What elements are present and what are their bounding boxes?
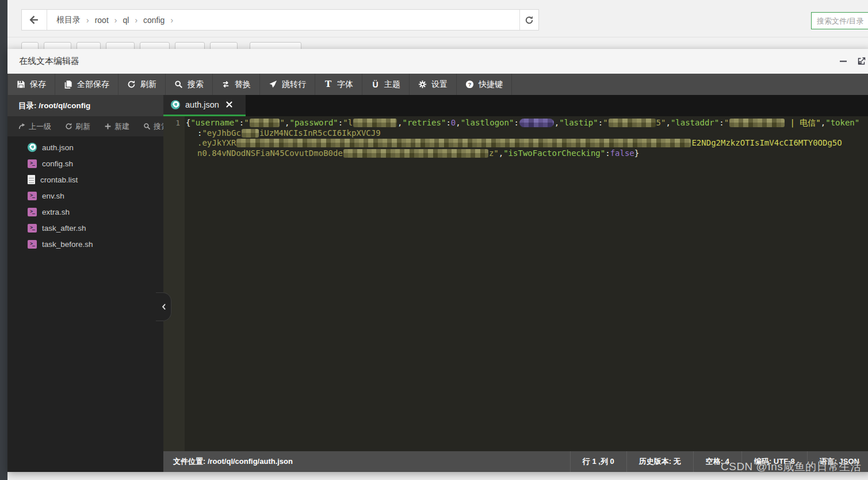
code-token: "username" — [190, 118, 239, 127]
redacted-blur — [250, 119, 280, 127]
redacted-blur — [236, 139, 691, 147]
code-token: "eyJhbGc — [202, 128, 240, 138]
breadcrumb-item[interactable]: config — [142, 16, 166, 25]
file-item-extra-sh[interactable]: >_extra.sh — [7, 204, 163, 220]
sidebar-actions: 上一级刷新新建搜索 — [7, 116, 163, 136]
file-name: extra.sh — [42, 208, 70, 216]
file-item-config-sh[interactable]: >_config.sh — [7, 155, 163, 172]
breadcrumb-item[interactable]: 根目录 — [55, 15, 82, 25]
close-icon[interactable] — [225, 101, 234, 109]
redacted-blur — [242, 129, 259, 138]
toolbar-button-replace[interactable]: 替换 — [213, 74, 260, 95]
file-item-auth-json[interactable]: auth.json — [7, 139, 163, 155]
json-file-icon — [28, 143, 37, 152]
line-number: 1 — [175, 119, 180, 127]
toolbar-button-save[interactable]: 保存 — [7, 74, 55, 95]
minimize-icon[interactable] — [838, 56, 848, 66]
shell-file-icon: >_ — [28, 192, 37, 200]
file-item-task-before-sh[interactable]: >_task_before.sh — [7, 236, 163, 252]
code-token: n0.84vNDodNSFiaN45CovutDmoB0de — [197, 148, 343, 158]
shell-file-icon: >_ — [28, 240, 37, 249]
file-name: auth.json — [42, 143, 74, 152]
editor-dialog: 在线文本编辑器 保存全部保存刷新搜索替换跳转行T字体Ü主题设置?快捷键 目录: … — [7, 49, 868, 472]
code-editor[interactable]: 1 {"username":"","password":"l,"retries"… — [163, 116, 868, 451]
maximize-icon[interactable] — [856, 56, 867, 66]
status-cell[interactable]: 语言: JSON — [807, 451, 868, 472]
code-token: "lastaddr" — [671, 118, 719, 127]
file-list: auth.json>_config.shcrontab.list>_env.sh… — [7, 136, 163, 472]
theme-icon: Ü — [371, 80, 380, 89]
save-icon — [17, 80, 25, 89]
code-content[interactable]: {"username":"","password":"l,"retries":0… — [185, 116, 868, 451]
code-token: .eyJkYXR — [197, 138, 236, 147]
file-name: env.sh — [42, 192, 64, 200]
breadcrumb-item[interactable]: root — [94, 16, 110, 25]
code-token: : — [598, 118, 603, 127]
file-sidebar: 目录: /root/ql/config 上一级刷新新建搜索 auth.json>… — [7, 95, 163, 472]
code-token: "lastip" — [559, 118, 598, 127]
directory-label: 目录: /root/ql/config — [7, 95, 163, 116]
dialog-titlebar[interactable]: 在线文本编辑器 — [7, 49, 868, 74]
code-token: } — [634, 148, 639, 158]
file-name: config.sh — [42, 159, 73, 168]
status-cell[interactable]: 编码: UTF-8 — [741, 451, 807, 472]
sidebar-action-new[interactable]: 新建 — [104, 121, 129, 132]
file-item-crontab-list[interactable]: crontab.list — [7, 172, 163, 188]
toolbar-button-search[interactable]: 搜索 — [166, 74, 213, 95]
chevron-right-icon: › — [170, 16, 173, 25]
file-location: 文件位置: /root/ql/config/auth.json — [163, 451, 570, 472]
refresh-icon — [65, 123, 72, 130]
file-item-task-after-sh[interactable]: >_task_after.sh — [7, 220, 163, 236]
status-cell[interactable]: 行 1 ,列 0 — [570, 451, 626, 472]
status-cell[interactable]: 空格: 4 — [693, 451, 741, 472]
tab-bar: auth.json — [163, 95, 868, 116]
toolbar-button-refresh[interactable]: 刷新 — [118, 74, 166, 95]
chevron-right-icon: › — [86, 16, 89, 25]
code-token: false — [610, 148, 634, 158]
left-edge-strip — [0, 0, 7, 480]
tab-label: auth.json — [185, 100, 219, 109]
sidebar-action-label: 刷新 — [75, 121, 90, 132]
breadcrumb-refresh-button[interactable] — [519, 10, 538, 30]
search-input[interactable] — [811, 12, 868, 29]
sidebar-action-refresh[interactable]: 刷新 — [65, 121, 90, 132]
toolbar-button-shortcuts[interactable]: ?快捷键 — [457, 74, 512, 95]
toolbar-button-settings[interactable]: 设置 — [410, 74, 457, 95]
breadcrumb: 根目录›root›ql›config› — [21, 9, 539, 31]
code-token: 0 — [451, 118, 456, 127]
breadcrumb-item[interactable]: ql — [121, 16, 130, 25]
sidebar-collapse-handle[interactable] — [156, 292, 171, 321]
replace-icon — [221, 80, 230, 89]
breadcrumb-items: 根目录›root›ql›config› — [47, 10, 519, 30]
toolbar-button-goto-line[interactable]: 跳转行 — [260, 74, 315, 95]
file-name: task_before.sh — [42, 240, 93, 249]
code-token: " — [603, 118, 607, 127]
toolbar-button-label: 刷新 — [140, 79, 156, 90]
json-file-icon — [171, 100, 180, 109]
file-name: task_after.sh — [42, 224, 86, 233]
code-token: " — [724, 118, 729, 127]
save-all-icon — [64, 80, 72, 89]
code-token: , — [666, 118, 670, 127]
sidebar-action-label: 新建 — [114, 121, 129, 132]
toolbar-button-label: 全部保存 — [77, 79, 109, 90]
up-level-icon — [18, 123, 26, 130]
back-button[interactable] — [22, 10, 47, 30]
font-icon: T — [324, 80, 332, 89]
file-item-env-sh[interactable]: >_env.sh — [7, 188, 163, 204]
search-icon — [143, 123, 151, 130]
code-token: , — [456, 118, 460, 127]
toolbar-button-theme[interactable]: Ü主题 — [362, 74, 410, 95]
code-token: : — [719, 118, 724, 127]
tab-auth-json[interactable]: auth.json — [163, 95, 246, 116]
toolbar-button-save-all[interactable]: 全部保存 — [55, 74, 118, 95]
code-token: "lastlogon" — [461, 118, 514, 127]
code-token: "password" — [289, 118, 338, 127]
sidebar-action-up-level[interactable]: 上一级 — [18, 121, 51, 132]
status-cells: 行 1 ,列 0历史版本: 无空格: 4编码: UTF-8语言: JSON — [570, 451, 868, 472]
toolbar-button-font[interactable]: T字体 — [315, 74, 362, 95]
redacted-blur — [353, 119, 397, 127]
code-token: : — [605, 148, 610, 158]
status-cell[interactable]: 历史版本: 无 — [626, 451, 693, 472]
shortcuts-icon: ? — [465, 80, 474, 89]
